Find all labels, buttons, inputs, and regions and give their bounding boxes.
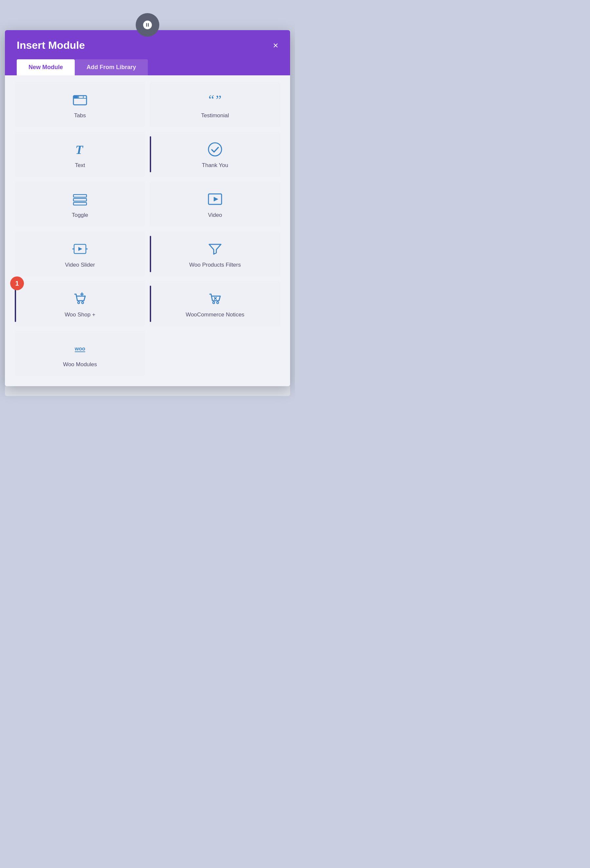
module-item-tabs[interactable]: Tabs xyxy=(15,82,145,127)
toggle-icon xyxy=(72,191,88,207)
testimonial-icon: “ ” xyxy=(207,92,223,108)
woo-shop-plus-label: Woo Shop + xyxy=(65,311,95,318)
tabs-label: Tabs xyxy=(74,112,86,119)
svg-text:T: T xyxy=(75,143,84,156)
svg-point-7 xyxy=(208,143,222,156)
woo-products-filters-label: Woo Products Filters xyxy=(189,261,241,269)
video-icon xyxy=(207,191,223,207)
svg-point-21 xyxy=(213,302,215,304)
module-item-woocommerce-notices[interactable]: WooCommerce Notices xyxy=(150,281,280,326)
text-label: Text xyxy=(75,162,85,169)
testimonial-label: Testimonial xyxy=(201,112,229,119)
toggle-label: Toggle xyxy=(72,212,88,219)
insert-module-modal: Insert Module × New Module Add From Libr… xyxy=(5,30,290,386)
woo-shop-plus-badge: 1 xyxy=(10,276,24,290)
svg-text:”: ” xyxy=(216,92,222,107)
svg-marker-14 xyxy=(78,247,82,251)
tab-new-module[interactable]: New Module xyxy=(17,59,75,75)
tabs-icon xyxy=(72,92,88,108)
module-item-video-slider[interactable]: Video Slider xyxy=(15,231,145,276)
svg-rect-8 xyxy=(73,195,87,197)
svg-point-22 xyxy=(217,302,219,304)
thank-you-icon xyxy=(207,142,223,157)
top-handle xyxy=(136,13,159,37)
video-label: Video xyxy=(208,212,222,219)
module-item-thank-you[interactable]: Thank You xyxy=(150,132,280,177)
video-slider-label: Video Slider xyxy=(65,261,95,269)
woo-products-filters-icon xyxy=(207,241,223,257)
module-item-woo-products-filters[interactable]: Woo Products Filters xyxy=(150,231,280,276)
tab-add-from-library[interactable]: Add From Library xyxy=(75,59,148,75)
woocommerce-notices-icon xyxy=(207,291,223,307)
modal-title: Insert Module xyxy=(17,39,85,52)
svg-rect-1 xyxy=(73,96,78,98)
module-item-woo-modules[interactable]: woo Woo Modules xyxy=(15,331,145,376)
video-slider-icon xyxy=(72,241,88,257)
svg-marker-12 xyxy=(214,197,218,201)
tabs-row: New Module Add From Library xyxy=(17,59,278,75)
module-item-toggle[interactable]: Toggle xyxy=(15,182,145,227)
module-item-video[interactable]: Video xyxy=(150,182,280,227)
svg-point-18 xyxy=(81,302,84,304)
svg-text:“: “ xyxy=(208,92,214,107)
svg-rect-10 xyxy=(73,202,87,205)
module-item-text[interactable]: T Text xyxy=(15,132,145,177)
module-item-testimonial[interactable]: “ ” Testimonial xyxy=(150,82,280,127)
text-icon: T xyxy=(72,142,88,157)
woo-modules-icon: woo xyxy=(72,341,88,356)
svg-point-17 xyxy=(78,302,80,304)
modules-grid: Tabs “ ” Testimonial T T xyxy=(15,82,280,376)
woocommerce-notices-label: WooCommerce Notices xyxy=(186,311,244,318)
modal-header: Insert Module × New Module Add From Libr… xyxy=(5,30,290,75)
close-button[interactable]: × xyxy=(273,41,278,50)
modal-body: Tabs “ ” Testimonial T T xyxy=(5,75,290,386)
svg-text:woo: woo xyxy=(74,346,85,351)
woo-shop-plus-icon xyxy=(72,291,88,307)
module-item-woo-shop-plus[interactable]: 1 Woo Shop + xyxy=(15,281,145,326)
woo-modules-label: Woo Modules xyxy=(63,361,97,368)
bottom-bar xyxy=(5,386,290,396)
thank-you-label: Thank You xyxy=(202,162,228,169)
svg-rect-9 xyxy=(73,198,87,201)
